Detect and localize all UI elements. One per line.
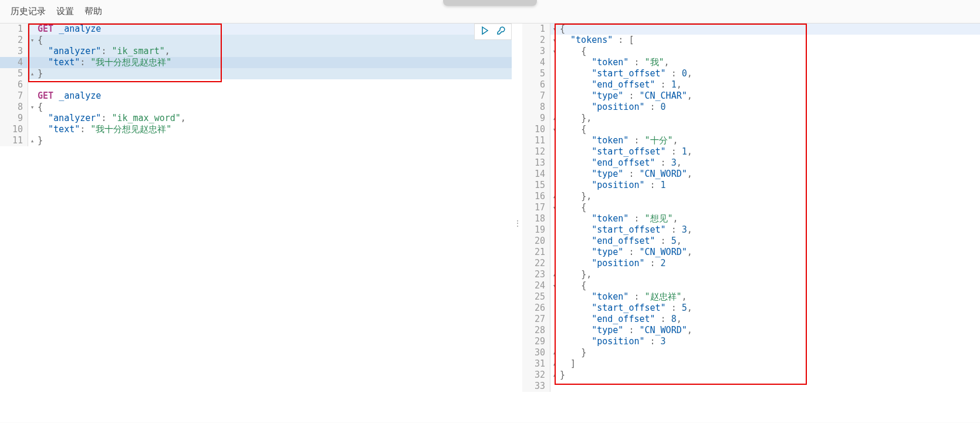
menu-settings[interactable]: 设置 <box>56 6 74 17</box>
fold-spacer <box>550 213 559 224</box>
line-number: 11 <box>522 135 550 146</box>
fold-toggle-icon[interactable]: ▾ <box>28 102 36 113</box>
fold-spacer <box>550 291 559 303</box>
code-content: "token" : "赵忠祥", <box>559 291 980 303</box>
fold-toggle-icon[interactable]: ▾ <box>550 46 559 57</box>
code-line[interactable]: 4 "text": "我十分想见赵忠祥" <box>0 57 512 68</box>
code-line[interactable]: 24▾ { <box>522 280 980 291</box>
fold-spacer <box>550 325 559 336</box>
code-line[interactable]: 10 "text": "我十分想见赵忠祥" <box>0 124 512 135</box>
code-line[interactable]: 12 "start_offset" : 1, <box>522 146 980 157</box>
fold-toggle-icon[interactable]: ▾ <box>28 35 36 46</box>
code-line[interactable]: 13 "end_offset" : 3, <box>522 157 980 169</box>
code-line[interactable]: 26 "start_offset" : 5, <box>522 303 980 314</box>
code-line[interactable]: 22 "position" : 2 <box>522 258 980 269</box>
code-line[interactable]: 3 "analyzer": "ik_smart", <box>0 46 512 57</box>
code-line[interactable]: 16▴ }, <box>522 191 980 202</box>
line-number: 12 <box>522 146 550 157</box>
line-number: 9 <box>522 113 550 124</box>
request-action-bar <box>474 24 512 40</box>
code-line[interactable]: 6 <box>0 79 512 90</box>
code-content: } <box>36 135 512 146</box>
code-line[interactable]: 7GET _analyze <box>0 90 512 102</box>
play-icon <box>480 26 489 38</box>
line-number: 4 <box>0 57 28 68</box>
options-button[interactable] <box>494 25 509 38</box>
code-line[interactable]: 9 "analyzer": "ik_max_word", <box>0 113 512 124</box>
code-line[interactable]: 15 "position" : 1 <box>522 180 980 191</box>
code-line[interactable]: 1GET _analyze <box>0 24 512 35</box>
fold-toggle-icon[interactable]: ▾ <box>550 35 559 46</box>
code-line[interactable]: 8▾{ <box>0 102 512 113</box>
code-line[interactable]: 33 <box>522 381 980 392</box>
pane-splitter[interactable]: ⋮ <box>512 24 522 422</box>
code-line[interactable]: 25 "token" : "赵忠祥", <box>522 291 980 303</box>
code-line[interactable]: 3▾ { <box>522 46 980 57</box>
fold-spacer <box>28 113 36 124</box>
fold-spacer <box>550 258 559 269</box>
line-number: 8 <box>522 102 550 113</box>
code-line[interactable]: 23▴ }, <box>522 269 980 280</box>
collapsed-top-tab[interactable] <box>443 0 537 6</box>
code-line[interactable]: 2▾{ <box>0 35 512 46</box>
line-number: 32 <box>522 370 550 381</box>
fold-toggle-icon[interactable]: ▴ <box>550 370 559 381</box>
code-line[interactable]: 21 "type" : "CN_WORD", <box>522 247 980 258</box>
code-content: "type" : "CN_WORD", <box>559 247 980 258</box>
code-line[interactable]: 11 "token" : "十分", <box>522 135 980 146</box>
code-line[interactable]: 6 "end_offset" : 1, <box>522 79 980 90</box>
code-line[interactable]: 1▾{ <box>522 24 980 35</box>
fold-toggle-icon[interactable]: ▴ <box>28 135 36 146</box>
code-content <box>559 381 980 392</box>
svg-marker-0 <box>482 27 488 34</box>
menu-history[interactable]: 历史记录 <box>11 6 46 17</box>
fold-toggle-icon[interactable]: ▴ <box>550 191 559 202</box>
fold-toggle-icon[interactable]: ▾ <box>550 202 559 213</box>
code-line[interactable]: 30▴ } <box>522 347 980 358</box>
fold-toggle-icon[interactable]: ▴ <box>550 269 559 280</box>
code-line[interactable]: 27 "end_offset" : 8, <box>522 314 980 325</box>
code-content: "tokens" : [ <box>559 35 980 46</box>
code-line[interactable]: 19 "start_offset" : 3, <box>522 224 980 236</box>
code-line[interactable]: 14 "type" : "CN_WORD", <box>522 169 980 180</box>
code-line[interactable]: 31▴ ] <box>522 358 980 370</box>
fold-toggle-icon[interactable]: ▾ <box>550 280 559 291</box>
code-line[interactable]: 2▾ "tokens" : [ <box>522 35 980 46</box>
code-line[interactable]: 10▾ { <box>522 124 980 135</box>
fold-toggle-icon[interactable]: ▴ <box>28 68 36 79</box>
code-line[interactable]: 32▴} <box>522 370 980 381</box>
code-line[interactable]: 5▴} <box>0 68 512 79</box>
code-line[interactable]: 9▴ }, <box>522 113 980 124</box>
fold-toggle-icon[interactable]: ▴ <box>550 358 559 370</box>
code-line[interactable]: 5 "start_offset" : 0, <box>522 68 980 79</box>
fold-spacer <box>550 224 559 236</box>
code-line[interactable]: 20 "end_offset" : 5, <box>522 236 980 247</box>
fold-toggle-icon[interactable]: ▾ <box>550 124 559 135</box>
code-content: "end_offset" : 5, <box>559 236 980 247</box>
code-content: "token" : "想见", <box>559 213 980 224</box>
code-line[interactable]: 28 "type" : "CN_WORD", <box>522 325 980 336</box>
code-line[interactable]: 11▴} <box>0 135 512 146</box>
code-content: "position" : 2 <box>559 258 980 269</box>
run-button[interactable] <box>477 25 492 38</box>
line-number: 27 <box>522 314 550 325</box>
code-line[interactable]: 8 "position" : 0 <box>522 102 980 113</box>
code-content: { <box>559 46 980 57</box>
code-content: "token" : "十分", <box>559 135 980 146</box>
fold-toggle-icon[interactable]: ▴ <box>550 113 559 124</box>
fold-spacer <box>550 169 559 180</box>
menu-help[interactable]: 帮助 <box>85 6 102 17</box>
fold-toggle-icon[interactable]: ▴ <box>550 347 559 358</box>
code-line[interactable]: 7 "type" : "CN_CHAR", <box>522 90 980 102</box>
code-line[interactable]: 17▾ { <box>522 202 980 213</box>
code-line[interactable]: 18 "token" : "想见", <box>522 213 980 224</box>
fold-toggle-icon[interactable]: ▾ <box>550 24 559 35</box>
request-editor[interactable]: 1GET _analyze2▾{3 "analyzer": "ik_smart"… <box>0 24 512 146</box>
fold-spacer <box>550 90 559 102</box>
response-editor[interactable]: 1▾{2▾ "tokens" : [3▾ {4 "token" : "我",5 … <box>522 24 980 392</box>
code-content: GET _analyze <box>36 90 512 102</box>
code-line[interactable]: 4 "token" : "我", <box>522 57 980 68</box>
code-line[interactable]: 29 "position" : 3 <box>522 336 980 347</box>
line-number: 6 <box>0 79 28 90</box>
fold-spacer <box>550 135 559 146</box>
